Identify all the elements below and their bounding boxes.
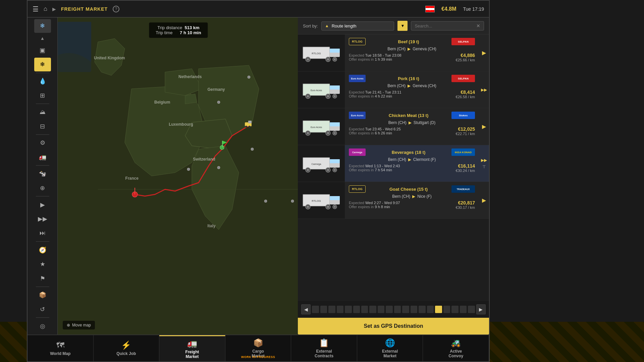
move-map-icon: ⊕ (67, 323, 70, 327)
page-dot-6[interactable] (353, 306, 360, 313)
sidebar-btn-play[interactable]: ▶ (34, 198, 51, 212)
gps-button[interactable]: Set as GPS Destination (298, 318, 489, 335)
sidebar-btn-star[interactable]: ★ (34, 257, 51, 271)
cargo-route-arrow-4: ▶ (408, 157, 411, 162)
taskbar-freight-market[interactable]: 🚛 FreightMarket (159, 335, 225, 361)
sidebar-btn-flag[interactable]: ⚑ (34, 272, 51, 286)
svg-point-25 (307, 58, 309, 60)
cargo-list[interactable]: RTLOG RTLOG Beef (19 t) (298, 35, 489, 301)
move-map-button[interactable]: ⊕ Move map (63, 321, 95, 329)
page-dot-1[interactable] (312, 306, 319, 313)
cargo-arrow-2[interactable]: ▶▶ (479, 71, 489, 108)
sidebar-btn-animal[interactable]: 🐄 (34, 167, 51, 181)
trip-info: Trip distance 513 km Trip time 7 h 10 mi… (149, 22, 208, 38)
cargo-expires-value-4: 7 h 54 min (375, 168, 392, 172)
logo-selpan-1: SELPAN (451, 38, 475, 45)
cargo-header-3: Euro Acres Chicken Meat (13 t) Stokes (349, 112, 475, 119)
help-icon[interactable]: ? (113, 6, 119, 12)
taskbar-active-convoy[interactable]: 🚜 ActiveConvoy (423, 335, 489, 361)
svg-point-14 (291, 200, 294, 202)
page-dot-5[interactable] (345, 306, 352, 313)
cargo-item-1[interactable]: RTLOG RTLOG Beef (19 t) (298, 35, 489, 71)
svg-text:RTLOG: RTLOG (312, 199, 321, 202)
page-dot-4[interactable] (337, 306, 343, 313)
taskbar-quick-job[interactable]: ⚡ Quick Job (94, 335, 160, 361)
sidebar-btn-snowflake-active[interactable]: ❄ (34, 58, 51, 71)
sidebar-btn-skip[interactable]: ⏭ (34, 227, 51, 240)
cargo-arrow-4[interactable]: ▶▶ ⊤ (479, 145, 489, 182)
cargo-name-2: Pork (16 t) (366, 76, 451, 81)
active-convoy-label: ActiveConvoy (448, 349, 463, 358)
quick-job-label: Quick Job (116, 351, 136, 356)
menu-icon[interactable]: ☰ (33, 5, 39, 13)
cargo-name-1: Beef (19 t) (366, 39, 451, 44)
page-dot-9[interactable] (378, 306, 384, 313)
cargo-arrow-1[interactable]: ▶ (479, 35, 489, 71)
cargo-item-5[interactable]: RTLOG RTLOG Goat Cheese (15 t) (298, 182, 489, 219)
sidebar-btn-route[interactable]: ⊟ (34, 119, 51, 133)
page-dot-10[interactable] (386, 306, 392, 313)
search-clear-icon[interactable]: ✕ (476, 23, 480, 28)
page-dot-12[interactable] (402, 306, 409, 313)
cargo-item-4[interactable]: Carmega Carmega Beverages (18 t) (298, 145, 489, 182)
sidebar-btn-grid[interactable]: ⊞ (34, 88, 51, 102)
sidebar-btn-freeze[interactable]: ❄ (34, 19, 51, 33)
cargo-details-3: Euro Acres Chicken Meat (13 t) Stokes Be… (345, 108, 479, 145)
taskbar-cargo-market[interactable]: 📦 CargoMarket WORK IN PROGRESS (225, 335, 291, 361)
page-dot-13[interactable] (411, 306, 417, 313)
page-dot-3[interactable] (328, 306, 335, 313)
page-dot-18[interactable] (451, 306, 458, 313)
sort-select[interactable]: ▲ Route length (321, 21, 394, 31)
taskbar-external-market[interactable]: 🌐 ExternalMarket (357, 335, 423, 361)
svg-point-11 (248, 76, 250, 78)
cargo-header-1: RTLOG Beef (19 t) SELPAN (349, 38, 475, 45)
taskbar-world-map[interactable]: 🗺 World Map (28, 335, 94, 361)
sidebar-btn-monitor[interactable]: ▣ (34, 43, 51, 57)
sidebar-btn-up[interactable]: ▲ (34, 34, 51, 43)
sidebar-btn-refresh[interactable]: ↺ (34, 303, 51, 316)
page-dot-8[interactable] (369, 306, 376, 313)
svg-point-7 (245, 126, 247, 128)
page-next-button[interactable]: ▶ (476, 304, 486, 314)
sidebar-btn-fuel[interactable]: 💧 (34, 74, 51, 88)
page-prev-button[interactable]: ◀ (301, 304, 311, 314)
page-dot-2[interactable] (320, 306, 327, 313)
sidebar-btn-compass[interactable]: 🧭 (34, 243, 51, 257)
sidebar-btn-box[interactable]: 📦 (34, 288, 51, 302)
cargo-arrow-5[interactable]: ▶ (479, 182, 489, 219)
page-dot-20[interactable] (468, 306, 475, 313)
page-dot-17[interactable] (443, 306, 450, 313)
external-contracts-icon: 📋 (319, 338, 329, 348)
sidebar-btn-gear[interactable]: ⚙ (34, 136, 51, 150)
search-input[interactable] (415, 23, 475, 28)
clock-display: Tue 17:19 (463, 6, 484, 12)
logo-tradeaux-5: TRADEAUX (451, 185, 475, 193)
page-dot-14[interactable] (419, 306, 425, 313)
truck-svg-2: Euro Acres (301, 79, 341, 101)
sidebar-btn-mountain[interactable]: ⛰ (34, 105, 51, 119)
double-arrow-4: ▶▶ (481, 158, 487, 163)
svg-point-16 (217, 101, 220, 104)
taskbar-external-contracts[interactable]: 📋 ExternalContracts (291, 335, 357, 361)
page-dot-19[interactable] (460, 306, 467, 313)
freight-market-icon: 🚛 (187, 339, 197, 348)
cargo-market-badge: WORK IN PROGRESS (241, 355, 275, 359)
home-icon[interactable]: ⌂ (44, 5, 47, 12)
page-dot-15[interactable] (427, 306, 434, 313)
sidebar-btn-fastforward[interactable]: ▶▶ (34, 212, 51, 226)
sidebar-btn-target[interactable]: ◎ (34, 319, 51, 333)
cargo-details-1: RTLOG Beef (19 t) SELPAN Bern (CH) ▶ Gen… (345, 35, 479, 71)
cargo-item-2[interactable]: Euro Acres Euro Acres Pork (16 t (298, 71, 489, 108)
cargo-arrow-3[interactable]: ▶ (479, 108, 489, 145)
page-dot-7[interactable] (361, 306, 368, 313)
cargo-item-3[interactable]: Euro Acres Euro Acres Chicken Me (298, 108, 489, 145)
sort-dropdown-button[interactable]: ▼ (397, 21, 408, 31)
top-bar: ☰ ⌂ ▶ FREIGHT MARKET ? €4.8M Tue 17:19 (28, 1, 489, 17)
sidebar-btn-crosshair[interactable]: ⊕ (34, 181, 51, 195)
svg-point-60 (327, 169, 329, 171)
sidebar-btn-truck-side[interactable]: 🚛 (34, 150, 51, 164)
page-dot-11[interactable] (394, 306, 401, 313)
map-area[interactable]: United Kingdom Netherlands Belgium Luxem… (58, 17, 299, 335)
world-map-icon: 🗺 (56, 341, 64, 350)
page-dot-current[interactable] (435, 306, 442, 313)
